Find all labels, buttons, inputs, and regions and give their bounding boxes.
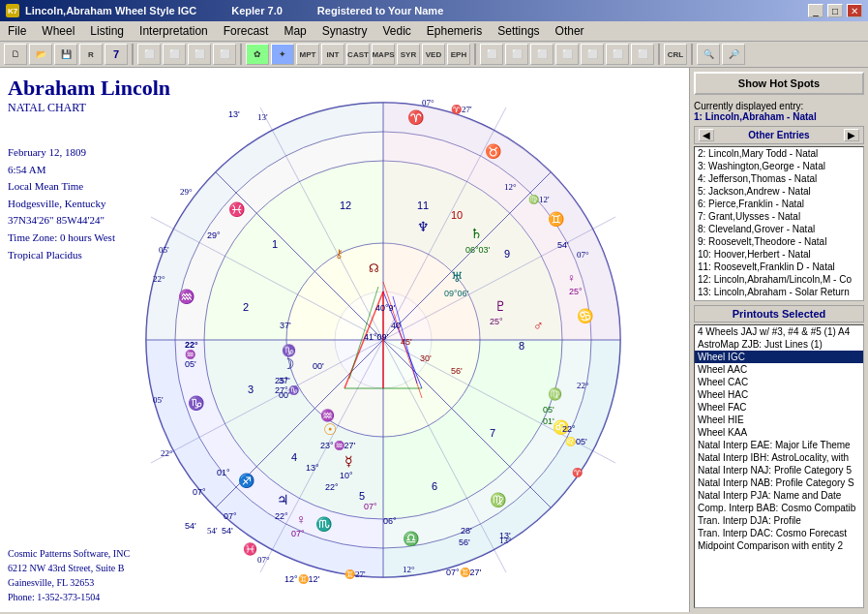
menu-other[interactable]: Other	[552, 23, 588, 39]
toolbar-mpt[interactable]: MPT	[296, 44, 319, 65]
toolbar-maps[interactable]: MAPS	[372, 44, 395, 65]
printout-item[interactable]: 4 Wheels JAJ w/ #3, #4 & #5 (1) A4	[695, 325, 863, 338]
entry-item[interactable]: 6: Pierce,Franklin - Natal	[695, 198, 863, 210]
toolbar-cast[interactable]: CAST	[346, 44, 370, 65]
company-name: Cosmic Patterns Software, INC	[8, 546, 130, 561]
menu-synastry[interactable]: Synastry	[318, 23, 372, 39]
entry-item[interactable]: 8: Cleveland,Grover - Natal	[695, 223, 863, 235]
toolbar-eph[interactable]: EPH	[447, 44, 470, 65]
menu-listing[interactable]: Listing	[86, 23, 128, 39]
entry-item[interactable]: 11: Roosevelt,Franklin D - Natal	[695, 261, 863, 273]
toolbar-int[interactable]: INT	[321, 44, 344, 65]
toolbar-extra3[interactable]: ⬜	[530, 44, 554, 65]
entries-prev-button[interactable]: ◀	[699, 129, 714, 141]
toolbar-search[interactable]: 🔍	[697, 44, 720, 65]
chart-coordinates: 37N34'26" 85W44'24"	[8, 212, 170, 230]
printout-item[interactable]: Comp. Interp BAB: Cosmo Compatib	[695, 502, 863, 514]
printout-item[interactable]: Natal Interp IBH: AstroLocality, with	[695, 451, 863, 464]
toolbar-extra7[interactable]: ⬜	[631, 44, 654, 65]
printout-item[interactable]: Wheel AAC	[695, 363, 863, 376]
printout-item[interactable]: AstroMap ZJB: Just Lines (1)	[695, 338, 863, 351]
toolbar-extra5[interactable]: ⬜	[581, 44, 604, 65]
printout-item[interactable]: Wheel KAA	[695, 426, 863, 439]
printouts-header: Printouts Selected	[694, 305, 864, 322]
toolbar-7[interactable]: 7	[105, 44, 128, 65]
entry-item[interactable]: 13: Lincoln,Abraham - Solar Return	[695, 286, 863, 298]
current-entry-value: 1: Lincoln,Abraham - Natal	[694, 111, 864, 122]
printout-item[interactable]: Tran. Interp DAC: Cosmo Forecast	[695, 527, 863, 539]
entry-item[interactable]: 10: Hoover,Herbert - Natal	[695, 248, 863, 261]
toolbar-new[interactable]: 🗋	[4, 44, 27, 65]
entry-item[interactable]: 2: Lincoln,Mary Todd - Natal	[695, 147, 863, 160]
menu-map[interactable]: Map	[280, 23, 310, 39]
entry-item[interactable]: 4: Jefferson,Thomas - Natal	[695, 172, 863, 185]
printout-item[interactable]: Wheel HIE	[695, 414, 863, 426]
svg-text:07°: 07°	[224, 511, 237, 521]
toolbar-syr[interactable]: SYR	[397, 44, 420, 65]
svg-text:♓: ♓	[243, 541, 257, 556]
menu-forecast[interactable]: Forecast	[220, 23, 273, 39]
printout-item[interactable]: Wheel HAC	[695, 388, 863, 401]
toolbar-comp[interactable]: R	[79, 44, 103, 65]
toolbar-save[interactable]: 💾	[54, 44, 77, 65]
svg-text:♍: ♍	[490, 492, 507, 508]
menu-vedic[interactable]: Vedic	[378, 23, 414, 39]
toolbar-chart2[interactable]: ⬜	[163, 44, 186, 65]
printout-item[interactable]: Wheel IGC	[695, 351, 863, 363]
close-button[interactable]: ✕	[847, 4, 862, 17]
entry-item[interactable]: 9: Roosevelt,Theodore - Natal	[695, 235, 863, 248]
toolbar-aspects[interactable]: ✦	[271, 44, 294, 65]
toolbar-extra4[interactable]: ⬜	[555, 44, 579, 65]
svg-text:♈: ♈	[572, 467, 584, 478]
svg-text:♍12': ♍12'	[528, 194, 550, 205]
toolbar-planets[interactable]: ✿	[246, 44, 269, 65]
toolbar-extra2[interactable]: ⬜	[505, 44, 528, 65]
svg-text:♒: ♒	[178, 289, 195, 305]
entry-item[interactable]: 5: Jackson,Andrew - Natal	[695, 185, 863, 198]
svg-text:30': 30'	[420, 353, 432, 363]
printout-item[interactable]: Natal Interp PJA: Name and Date	[695, 489, 863, 502]
svg-text:11: 11	[417, 200, 429, 211]
toolbar-chart1[interactable]: ⬜	[137, 44, 161, 65]
entries-list[interactable]: 2: Lincoln,Mary Todd - Natal3: Washingto…	[694, 146, 864, 301]
svg-text:♂: ♂	[533, 319, 544, 333]
entry-item[interactable]: 12: Lincoln,Abraham/Lincoln,M - Co	[695, 273, 863, 286]
menu-wheel[interactable]: Wheel	[38, 23, 78, 39]
menu-ephemeris[interactable]: Ephemeris	[423, 23, 486, 39]
svg-text:07°: 07°	[577, 250, 589, 260]
printout-item[interactable]: Wheel FAC	[695, 401, 863, 414]
toolbar-zoom[interactable]: 🔎	[722, 44, 745, 65]
printout-item[interactable]: Natal Interp NAJ: Profile Category 5	[695, 464, 863, 476]
maximize-button[interactable]: □	[827, 4, 843, 17]
entry-item[interactable]: 7: Grant,Ulysses - Natal	[695, 210, 863, 223]
hot-spots-button[interactable]: Show Hot Spots	[694, 72, 864, 95]
chart-type: NATAL CHART	[8, 101, 170, 115]
menu-file[interactable]: File	[4, 23, 30, 39]
svg-text:♆: ♆	[417, 220, 430, 234]
toolbar-crl[interactable]: CRL	[664, 44, 687, 65]
toolbar-open[interactable]: 📂	[29, 44, 52, 65]
svg-text:♏: ♏	[315, 516, 333, 533]
minimize-button[interactable]: _	[808, 4, 823, 17]
toolbar-chart4[interactable]: ⬜	[213, 44, 236, 65]
window-controls: _ □ ✕	[808, 4, 862, 17]
toolbar-ved[interactable]: VED	[422, 44, 445, 65]
printout-item[interactable]: Wheel CAC	[695, 376, 863, 388]
toolbar-chart3[interactable]: ⬜	[188, 44, 211, 65]
toolbar-extra1[interactable]: ⬜	[480, 44, 503, 65]
printout-item[interactable]: Natal Interp EAE: Major Life Theme	[695, 439, 863, 451]
svg-text:♊27': ♊27'	[344, 568, 366, 580]
printout-item[interactable]: Tran. Interp DJA: Profile	[695, 514, 863, 527]
toolbar-extra6[interactable]: ⬜	[606, 44, 629, 65]
printout-item[interactable]: Natal Interp NAB: Profile Category S	[695, 476, 863, 489]
printout-item[interactable]: Midpoint Comparison with entity 2	[695, 539, 863, 552]
menu-interpretation[interactable]: Interpretation	[135, 23, 212, 39]
printouts-list[interactable]: 4 Wheels JAJ w/ #3, #4 & #5 (1) A4AstroM…	[694, 324, 864, 608]
svg-text:♑: ♑	[282, 343, 296, 357]
menu-settings[interactable]: Settings	[494, 23, 543, 39]
svg-text:01°: 01°	[217, 468, 230, 477]
entry-item[interactable]: 14: Lincoln,Abraham - Solar Return	[695, 298, 863, 301]
svg-text:22°: 22°	[185, 340, 198, 350]
entries-next-button[interactable]: ▶	[844, 129, 859, 141]
entry-item[interactable]: 3: Washington,George - Natal	[695, 160, 863, 172]
